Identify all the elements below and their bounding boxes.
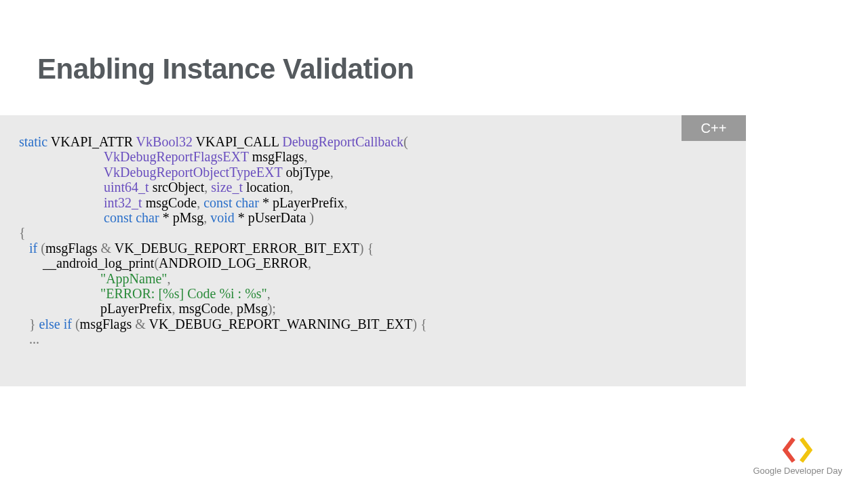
footer-text: Google Developer Day: [753, 466, 842, 476]
code-block: static VKAPI_ATTR VkBool32 VKAPI_CALL De…: [0, 115, 746, 386]
language-badge: C++: [682, 115, 746, 141]
code-content: static VKAPI_ATTR VkBool32 VKAPI_CALL De…: [19, 134, 727, 346]
slide-title: Enabling Instance Validation: [37, 53, 414, 85]
chevron-logo-icon: [753, 437, 842, 463]
footer-logo: Google Developer Day: [753, 437, 842, 476]
